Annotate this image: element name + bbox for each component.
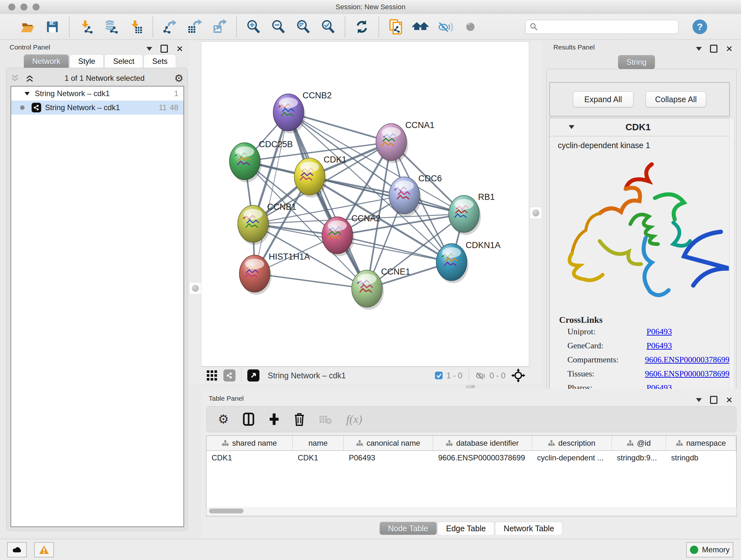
section-collapse-icon[interactable] — [569, 125, 575, 129]
enrichment-hide-icon[interactable] — [437, 18, 454, 35]
save-session-icon[interactable] — [44, 18, 61, 35]
warning-status-button[interactable] — [34, 542, 54, 557]
delete-column-icon[interactable] — [294, 413, 305, 426]
search-input[interactable] — [538, 23, 667, 30]
results-scrollbar[interactable] — [729, 118, 734, 397]
network-collection-row[interactable]: String Network – cdk1 1 — [11, 86, 184, 101]
expand-all-button[interactable]: Expand All — [573, 91, 633, 107]
network-node-CDK1[interactable]: CDK1 — [294, 155, 347, 198]
hidden-eye-icon[interactable] — [475, 371, 486, 380]
network-node-HIST1H1A[interactable]: HIST1H1A — [239, 252, 310, 295]
network-node-CDKN1A[interactable]: CDKN1A — [436, 240, 501, 283]
close-panel-icon[interactable]: ✕ — [726, 397, 733, 403]
tab-network[interactable]: Network — [23, 54, 69, 68]
table-horizontal-scrollbar[interactable] — [206, 507, 737, 516]
close-panel-icon[interactable]: ✕ — [176, 46, 183, 52]
search-box[interactable] — [525, 20, 678, 34]
column-header-description[interactable]: description — [532, 436, 612, 450]
crosslink-link[interactable]: P06493 — [647, 341, 672, 351]
column-header-namespace[interactable]: namespace — [666, 436, 736, 450]
bottom-splitter-handle[interactable] — [466, 385, 475, 388]
import-network-database-icon[interactable] — [103, 18, 119, 35]
zoom-in-icon[interactable] — [245, 18, 262, 35]
collapse-panel-icon[interactable] — [146, 47, 152, 51]
table-cell[interactable]: 9606.ENSP00000378699 — [433, 451, 532, 465]
float-panel-icon[interactable] — [710, 45, 718, 53]
network-canvas[interactable]: CCNB2CCNA1CDC25BCDK1CDC6RB1CCNB1CCNA2CDK… — [201, 42, 529, 367]
network-node-CCNE1[interactable]: CCNE1 — [352, 267, 410, 310]
network-node-CCNA2[interactable]: CCNA2 — [322, 213, 381, 256]
left-splitter[interactable] — [189, 42, 201, 384]
network-node-RB1[interactable]: RB1 — [449, 192, 495, 235]
tab-edge-table[interactable]: Edge Table — [437, 522, 495, 535]
tab-node-table[interactable]: Node Table — [380, 522, 437, 535]
open-session-icon[interactable] — [19, 18, 36, 35]
table-panel-title: Table Panel — [209, 395, 244, 402]
tab-sets[interactable]: Sets — [144, 54, 176, 68]
network-node-CCNB1[interactable]: CCNB1 — [238, 202, 296, 245]
memory-button[interactable]: Memory — [686, 542, 733, 557]
show-columns-icon[interactable] — [243, 413, 254, 426]
crosslink-link[interactable]: 9606.ENSP00000378699 — [645, 369, 730, 379]
table-row[interactable]: CDK1CDK1P064939606.ENSP00000378699cyclin… — [206, 451, 736, 465]
control-panel-title: Control Panel — [10, 44, 50, 51]
column-header-shared-name[interactable]: shared name — [206, 436, 293, 450]
right-splitter[interactable] — [529, 42, 542, 384]
tab-network-table[interactable]: Network Table — [495, 522, 562, 535]
tab-select[interactable]: Select — [105, 54, 143, 68]
import-table-file-icon[interactable] — [128, 18, 144, 35]
collapse-panel-icon[interactable] — [696, 398, 702, 402]
view-grid-icon[interactable] — [205, 367, 219, 384]
zoom-out-icon[interactable] — [270, 18, 286, 35]
float-panel-icon[interactable] — [710, 396, 718, 404]
import-network-file-icon[interactable] — [78, 18, 94, 35]
function-builder-icon: f(x) — [346, 413, 362, 426]
table-cell[interactable]: stringdb — [666, 451, 736, 465]
table-cell[interactable]: CDK1 — [293, 451, 344, 465]
birdseye-position-icon[interactable] — [510, 367, 527, 384]
network-node-CDC6[interactable]: CDC6 — [389, 174, 442, 216]
network-row-selected[interactable]: String Network – cdk1 11 48 — [11, 101, 184, 115]
table-cell[interactable]: P06493 — [344, 451, 433, 465]
collapse-all-button[interactable]: Collapse All — [646, 91, 706, 107]
node-table[interactable]: shared namenamecanonical namedatabase id… — [206, 435, 737, 516]
tab-style[interactable]: Style — [70, 54, 104, 68]
enrichment-show-icon[interactable] — [462, 18, 479, 35]
zoom-fit-icon[interactable] — [295, 18, 312, 35]
column-header-name[interactable]: name — [293, 436, 344, 450]
apply-layout-icon[interactable] — [354, 18, 370, 35]
export-image-icon[interactable] — [211, 18, 228, 35]
column-header-@id[interactable]: @id — [612, 436, 666, 450]
close-panel-icon[interactable]: ✕ — [726, 46, 733, 52]
string-protein-query-icon[interactable] — [387, 18, 404, 35]
view-share-icon[interactable] — [223, 369, 235, 381]
crosslink-label: Compartments: — [567, 355, 645, 365]
table-cell[interactable]: cyclin-dependent ... — [532, 451, 612, 465]
table-cell[interactable]: CDK1 — [206, 451, 293, 465]
network-node-CCNB2[interactable]: CCNB2 — [273, 91, 332, 133]
tree-expanded-icon[interactable] — [24, 91, 30, 96]
table-options-gear-icon[interactable]: ⚙ — [218, 414, 229, 424]
column-header-canonical-name[interactable]: canonical name — [344, 436, 433, 450]
crosslink-link[interactable]: P06493 — [647, 327, 672, 336]
cloud-status-button[interactable] — [7, 542, 27, 557]
export-network-icon[interactable] — [161, 18, 178, 35]
collapse-all-icon[interactable] — [10, 74, 20, 82]
export-table-icon[interactable] — [186, 18, 203, 35]
network-node-CDC25B[interactable]: CDC25B — [229, 139, 293, 182]
detach-view-icon[interactable] — [247, 369, 259, 381]
string-home-icon[interactable] — [412, 18, 429, 35]
crosslink-link[interactable]: 9606.ENSP00000378699 — [645, 355, 730, 365]
float-panel-icon[interactable] — [160, 45, 168, 53]
tab-string[interactable]: String — [618, 55, 655, 69]
expand-all-icon[interactable] — [25, 74, 35, 82]
table-cell[interactable]: stringdb:9... — [612, 451, 666, 465]
help-icon[interactable]: ? — [692, 19, 707, 34]
column-header-database-identifier[interactable]: database identifier — [433, 436, 532, 450]
selected-checkbox-icon[interactable] — [434, 371, 443, 380]
add-column-icon[interactable] — [268, 413, 280, 426]
collapse-panel-icon[interactable] — [696, 47, 702, 51]
network-options-gear-icon[interactable]: ⚙ — [174, 73, 184, 83]
node-label-RB1: RB1 — [478, 192, 495, 202]
zoom-selected-icon[interactable] — [320, 18, 336, 35]
